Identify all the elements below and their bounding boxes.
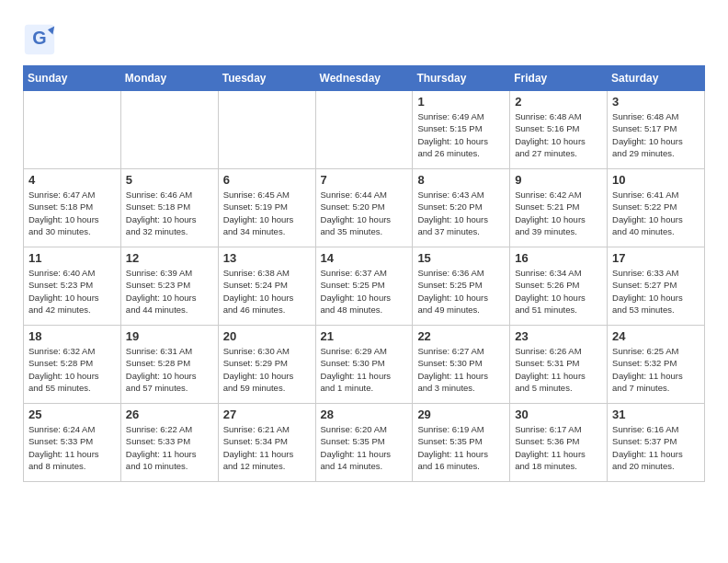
day-number: 20 [223,329,311,343]
day-cell: 4Sunrise: 6:47 AM Sunset: 5:18 PM Daylig… [24,169,121,247]
day-cell: 20Sunrise: 6:30 AM Sunset: 5:29 PM Dayli… [218,326,315,404]
day-number: 12 [126,251,213,265]
day-info: Sunrise: 6:38 AM Sunset: 5:24 PM Dayligh… [223,267,311,316]
day-number: 21 [321,329,408,343]
day-cell: 12Sunrise: 6:39 AM Sunset: 5:23 PM Dayli… [120,247,218,326]
day-number: 4 [28,173,116,187]
day-cell: 15Sunrise: 6:36 AM Sunset: 5:25 PM Dayli… [413,247,510,326]
day-info: Sunrise: 6:40 AM Sunset: 5:23 PM Dayligh… [28,267,116,316]
day-info: Sunrise: 6:46 AM Sunset: 5:18 PM Dayligh… [126,189,213,237]
day-number: 13 [223,251,311,265]
day-cell: 13Sunrise: 6:38 AM Sunset: 5:24 PM Dayli… [218,247,315,326]
day-number: 8 [417,173,505,187]
page-header: G [23,18,705,56]
day-info: Sunrise: 6:34 AM Sunset: 5:26 PM Dayligh… [515,267,602,316]
day-cell: 8Sunrise: 6:43 AM Sunset: 5:20 PM Daylig… [413,169,510,247]
week-row-4: 18Sunrise: 6:32 AM Sunset: 5:28 PM Dayli… [24,326,705,404]
day-info: Sunrise: 6:22 AM Sunset: 5:33 PM Dayligh… [126,423,213,472]
day-info: Sunrise: 6:48 AM Sunset: 5:17 PM Dayligh… [612,110,700,159]
day-number: 27 [223,408,311,421]
day-number: 28 [321,408,408,421]
day-info: Sunrise: 6:25 AM Sunset: 5:32 PM Dayligh… [612,345,700,394]
day-cell: 6Sunrise: 6:45 AM Sunset: 5:19 PM Daylig… [218,169,315,247]
day-cell: 5Sunrise: 6:46 AM Sunset: 5:18 PM Daylig… [120,169,218,247]
day-number: 2 [515,95,602,109]
day-cell: 10Sunrise: 6:41 AM Sunset: 5:22 PM Dayli… [608,169,705,247]
day-cell: 30Sunrise: 6:17 AM Sunset: 5:36 PM Dayli… [510,404,608,482]
day-info: Sunrise: 6:29 AM Sunset: 5:30 PM Dayligh… [321,345,408,394]
logo-icon: G [23,23,56,56]
day-cell: 11Sunrise: 6:40 AM Sunset: 5:23 PM Dayli… [24,247,121,326]
day-info: Sunrise: 6:20 AM Sunset: 5:35 PM Dayligh… [321,423,408,472]
day-cell [120,91,218,169]
col-header-tuesday: Tuesday [218,66,315,91]
day-cell: 21Sunrise: 6:29 AM Sunset: 5:30 PM Dayli… [315,326,413,404]
day-cell: 19Sunrise: 6:31 AM Sunset: 5:28 PM Dayli… [120,326,218,404]
header-row: SundayMondayTuesdayWednesdayThursdayFrid… [24,66,705,91]
week-row-3: 11Sunrise: 6:40 AM Sunset: 5:23 PM Dayli… [24,247,705,326]
col-header-thursday: Thursday [413,66,510,91]
svg-text:G: G [32,28,46,48]
week-row-2: 4Sunrise: 6:47 AM Sunset: 5:18 PM Daylig… [24,169,705,247]
day-cell: 9Sunrise: 6:42 AM Sunset: 5:21 PM Daylig… [510,169,608,247]
day-number: 5 [126,173,213,187]
day-number: 18 [28,329,116,343]
day-number: 17 [612,251,700,265]
day-number: 26 [126,408,213,421]
day-cell: 2Sunrise: 6:48 AM Sunset: 5:16 PM Daylig… [510,91,608,169]
day-info: Sunrise: 6:44 AM Sunset: 5:20 PM Dayligh… [321,189,408,237]
day-info: Sunrise: 6:43 AM Sunset: 5:20 PM Dayligh… [417,189,505,237]
calendar-table: SundayMondayTuesdayWednesdayThursdayFrid… [23,65,705,482]
day-info: Sunrise: 6:24 AM Sunset: 5:33 PM Dayligh… [28,423,116,472]
day-info: Sunrise: 6:45 AM Sunset: 5:19 PM Dayligh… [223,189,311,237]
day-info: Sunrise: 6:32 AM Sunset: 5:28 PM Dayligh… [28,345,116,394]
day-cell: 16Sunrise: 6:34 AM Sunset: 5:26 PM Dayli… [510,247,608,326]
day-number: 24 [612,329,700,343]
day-cell: 27Sunrise: 6:21 AM Sunset: 5:34 PM Dayli… [218,404,315,482]
day-info: Sunrise: 6:37 AM Sunset: 5:25 PM Dayligh… [321,267,408,316]
day-info: Sunrise: 6:30 AM Sunset: 5:29 PM Dayligh… [223,345,311,394]
day-cell: 28Sunrise: 6:20 AM Sunset: 5:35 PM Dayli… [315,404,413,482]
day-info: Sunrise: 6:42 AM Sunset: 5:21 PM Dayligh… [515,189,602,237]
day-info: Sunrise: 6:17 AM Sunset: 5:36 PM Dayligh… [515,423,602,472]
day-number: 1 [417,95,505,109]
day-cell [24,91,121,169]
day-number: 29 [417,408,505,421]
day-info: Sunrise: 6:21 AM Sunset: 5:34 PM Dayligh… [223,423,311,472]
logo: G [23,23,60,56]
week-row-1: 1Sunrise: 6:49 AM Sunset: 5:15 PM Daylig… [24,91,705,169]
col-header-monday: Monday [120,66,218,91]
day-cell: 22Sunrise: 6:27 AM Sunset: 5:30 PM Dayli… [413,326,510,404]
day-number: 11 [28,251,116,265]
day-cell: 3Sunrise: 6:48 AM Sunset: 5:17 PM Daylig… [608,91,705,169]
day-cell: 7Sunrise: 6:44 AM Sunset: 5:20 PM Daylig… [315,169,413,247]
col-header-friday: Friday [510,66,608,91]
day-info: Sunrise: 6:31 AM Sunset: 5:28 PM Dayligh… [126,345,213,394]
day-number: 15 [417,251,505,265]
day-info: Sunrise: 6:41 AM Sunset: 5:22 PM Dayligh… [612,189,700,237]
day-number: 10 [612,173,700,187]
day-cell: 17Sunrise: 6:33 AM Sunset: 5:27 PM Dayli… [608,247,705,326]
day-cell: 14Sunrise: 6:37 AM Sunset: 5:25 PM Dayli… [315,247,413,326]
day-number: 22 [417,329,505,343]
day-number: 7 [321,173,408,187]
week-row-5: 25Sunrise: 6:24 AM Sunset: 5:33 PM Dayli… [24,404,705,482]
day-cell: 29Sunrise: 6:19 AM Sunset: 5:35 PM Dayli… [413,404,510,482]
day-number: 16 [515,251,602,265]
day-number: 23 [515,329,602,343]
day-info: Sunrise: 6:26 AM Sunset: 5:31 PM Dayligh… [515,345,602,394]
day-info: Sunrise: 6:36 AM Sunset: 5:25 PM Dayligh… [417,267,505,316]
day-number: 6 [223,173,311,187]
day-number: 19 [126,329,213,343]
day-cell: 18Sunrise: 6:32 AM Sunset: 5:28 PM Dayli… [24,326,121,404]
day-info: Sunrise: 6:16 AM Sunset: 5:37 PM Dayligh… [612,423,700,472]
day-cell [218,91,315,169]
day-number: 3 [612,95,700,109]
day-number: 14 [321,251,408,265]
day-cell: 31Sunrise: 6:16 AM Sunset: 5:37 PM Dayli… [608,404,705,482]
day-info: Sunrise: 6:48 AM Sunset: 5:16 PM Dayligh… [515,110,602,159]
day-number: 31 [612,408,700,421]
day-info: Sunrise: 6:19 AM Sunset: 5:35 PM Dayligh… [417,423,505,472]
day-cell: 26Sunrise: 6:22 AM Sunset: 5:33 PM Dayli… [120,404,218,482]
day-info: Sunrise: 6:27 AM Sunset: 5:30 PM Dayligh… [417,345,505,394]
